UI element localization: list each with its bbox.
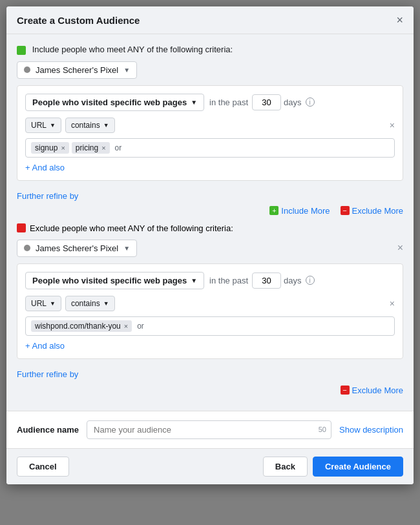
include-more-link[interactable]: + Include More	[269, 206, 330, 216]
include-further-refine-link[interactable]: Further refine by	[17, 191, 78, 201]
exclude-pixel-selector[interactable]: James Scherer's Pixel ▼	[17, 240, 137, 257]
exclude-info-icon[interactable]: i	[306, 276, 315, 285]
include-more-label: Include More	[281, 206, 330, 216]
include-rule-box: People who visited specific web pages ▼ …	[17, 85, 403, 181]
include-or-label: or	[115, 143, 122, 152]
exclude-pixel-arrow: ▼	[123, 245, 130, 252]
include-pixel-arrow: ▼	[123, 67, 130, 74]
include-rule-type-label: People who visited specific web pages	[32, 98, 187, 107]
exclude-more-label-bottom: Exclude More	[352, 386, 403, 395]
pixel-dot	[24, 67, 30, 73]
include-in-past-label: in the past	[209, 98, 248, 107]
show-description-link[interactable]: Show description	[339, 425, 403, 435]
tag-pricing: pricing ×	[72, 142, 110, 154]
exclude-rule-type-button[interactable]: People who visited specific web pages ▼	[25, 272, 204, 289]
include-url-row: URL ▼ contains ▼ ×	[25, 118, 395, 133]
footer-buttons: Cancel Back Create Audience	[6, 448, 414, 484]
include-rule-top: People who visited specific web pages ▼ …	[25, 94, 395, 111]
exclude-contains-button[interactable]: contains ▼	[65, 296, 115, 311]
btn-group-right: Back Create Audience	[263, 457, 403, 477]
exclude-url-label: URL	[31, 299, 47, 308]
exclude-rule-type-label: People who visited specific web pages	[32, 276, 187, 285]
include-pixel-label: James Scherer's Pixel	[36, 65, 118, 75]
include-section: Include people who meet ANY of the follo…	[17, 45, 403, 201]
exclude-more-label-top: Exclude More	[352, 206, 403, 216]
char-count: 50	[319, 426, 326, 433]
audience-name-input[interactable]	[87, 420, 331, 439]
exclude-red-icon	[17, 223, 26, 232]
exclude-url-arrow: ▼	[50, 300, 56, 307]
exclude-days-label: days	[284, 276, 301, 285]
modal-body: Include people who meet ANY of the follo…	[6, 34, 414, 411]
include-green-icon	[17, 46, 26, 55]
exclude-pixel-label: James Scherer's Pixel	[36, 243, 118, 253]
bottom-section-actions: − Exclude More	[17, 386, 403, 395]
include-rule-type-button[interactable]: People who visited specific web pages ▼	[25, 94, 204, 111]
include-days-input[interactable]	[252, 94, 281, 110]
include-criteria-label: Include people who meet ANY of the follo…	[17, 45, 403, 55]
tag-signup: signup ×	[31, 142, 69, 154]
exclude-url-close-icon[interactable]: ×	[390, 298, 395, 309]
audience-name-input-wrap: 50	[87, 420, 331, 439]
exclude-section: Exclude people who meet ANY of the follo…	[17, 223, 403, 379]
exclude-days-input[interactable]	[252, 273, 281, 289]
modal-header: Create a Custom Audience ×	[6, 6, 414, 34]
include-rule-type-arrow: ▼	[191, 99, 197, 106]
exclude-or-label: or	[137, 322, 144, 331]
include-pixel-selector[interactable]: James Scherer's Pixel ▼	[17, 61, 137, 79]
tag-wishpond-close[interactable]: ×	[124, 322, 128, 330]
include-contains-label: contains	[71, 121, 100, 130]
exclude-more-icon-top: −	[341, 206, 350, 215]
include-url-button[interactable]: URL ▼	[25, 118, 61, 133]
info-icon[interactable]: i	[306, 98, 315, 107]
close-icon[interactable]: ×	[396, 14, 403, 26]
exclude-more-link-bottom[interactable]: − Exclude More	[341, 386, 403, 395]
create-audience-modal: Create a Custom Audience × Include peopl…	[6, 6, 414, 484]
include-and-also-link[interactable]: + And also	[25, 163, 65, 172]
back-button[interactable]: Back	[263, 457, 308, 477]
exclude-further-refine-link[interactable]: Further refine by	[17, 369, 78, 379]
create-audience-button[interactable]: Create Audience	[313, 457, 403, 477]
exclude-pixel-row: James Scherer's Pixel ▼ ×	[17, 240, 403, 257]
audience-name-footer: Audience name 50 Show description	[6, 411, 414, 448]
exclude-tags-row: wishpond.com/thank-you × or	[25, 316, 395, 336]
exclude-rule-top: People who visited specific web pages ▼ …	[25, 272, 395, 289]
include-contains-button[interactable]: contains ▼	[65, 118, 115, 133]
include-more-icon: +	[269, 206, 278, 215]
exclude-in-past-label: in the past	[209, 276, 248, 285]
exclude-pixel-dot	[24, 245, 30, 251]
include-url-close-icon[interactable]: ×	[390, 120, 395, 130]
include-contains-arrow: ▼	[103, 122, 109, 129]
section-actions: + Include More − Exclude More	[17, 206, 403, 216]
exclude-more-link-top[interactable]: − Exclude More	[341, 206, 403, 216]
exclude-contains-label: contains	[71, 299, 100, 308]
include-days-label: days	[284, 98, 301, 107]
exclude-criteria-label: Exclude people who meet ANY of the follo…	[30, 223, 233, 233]
tag-wishpond: wishpond.com/thank-you ×	[31, 320, 132, 332]
tag-pricing-close[interactable]: ×	[101, 144, 105, 152]
cancel-button[interactable]: Cancel	[17, 457, 69, 477]
exclude-contains-arrow: ▼	[103, 300, 109, 307]
tag-signup-close[interactable]: ×	[61, 144, 65, 152]
include-url-arrow: ▼	[50, 122, 56, 129]
exclude-rule-box: People who visited specific web pages ▼ …	[17, 263, 403, 359]
include-url-label: URL	[31, 121, 47, 130]
exclude-url-button[interactable]: URL ▼	[25, 296, 61, 311]
exclude-and-also-link[interactable]: + And also	[25, 341, 65, 351]
exclude-url-row: URL ▼ contains ▼ ×	[25, 296, 395, 311]
audience-name-label: Audience name	[17, 425, 79, 435]
exclude-header: Exclude people who meet ANY of the follo…	[17, 223, 403, 233]
exclude-more-icon-bottom: −	[341, 386, 350, 395]
include-tags-row: signup × pricing × or	[25, 138, 395, 158]
modal-title: Create a Custom Audience	[17, 15, 140, 26]
exclude-rule-type-arrow: ▼	[191, 277, 197, 284]
exclude-section-close-icon[interactable]: ×	[397, 242, 403, 254]
